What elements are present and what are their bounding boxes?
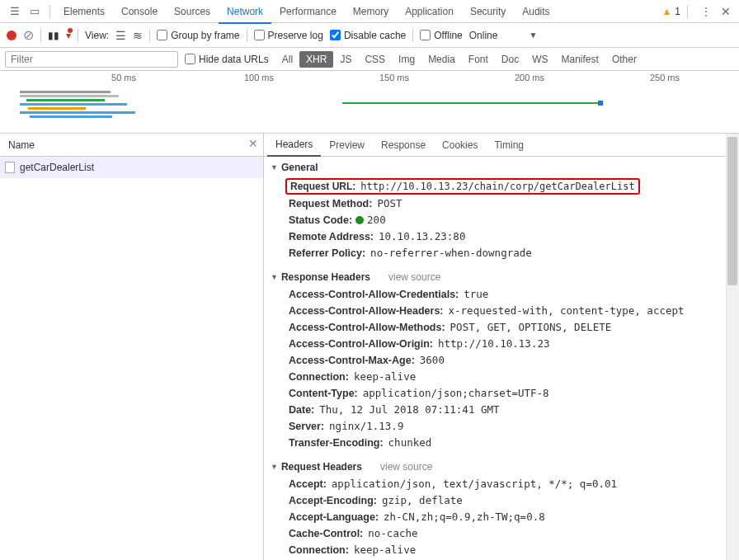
header-row: Date:Thu, 12 Jul 2018 07:11:41 GMT — [266, 402, 739, 418]
triangle-down-icon: ▼ — [271, 273, 278, 281]
hide-data-urls-checkbox[interactable]: Hide data URLs — [185, 54, 269, 65]
main-tab-performance[interactable]: Performance — [271, 1, 345, 24]
filter-input[interactable] — [5, 51, 178, 68]
header-row: Server:nginx/1.13.9 — [266, 418, 739, 435]
details-tabs: HeadersPreviewResponseCookiesTiming — [264, 134, 739, 157]
scrollbar[interactable] — [726, 134, 739, 560]
filter-row: Hide data URLs AllXHRJSCSSImgMediaFontDo… — [0, 48, 739, 71]
request-details: HeadersPreviewResponseCookiesTiming ▼ Ge… — [264, 134, 739, 560]
type-tab-img[interactable]: Img — [392, 51, 421, 68]
network-toolbar: ⊘ ▮▮ ▾ View: ☰ ≋ Group by frame Preserve… — [0, 23, 739, 48]
triangle-down-icon: ▼ — [271, 463, 278, 471]
record-icon[interactable] — [7, 31, 16, 40]
warning-icon[interactable]: ▲ — [661, 6, 671, 17]
request-name: getCarDealerList — [20, 162, 94, 173]
type-tab-ws[interactable]: WS — [525, 51, 554, 68]
request-url-highlight: Request URL:http://10.10.13.23/chain/cor… — [285, 178, 640, 195]
chevron-down-icon[interactable]: ▼ — [529, 31, 537, 40]
device-icon[interactable]: ▭ — [25, 5, 45, 17]
devtools-main-tabs: ☰ ▭ ElementsConsoleSourcesNetworkPerform… — [0, 0, 739, 23]
details-tab-preview[interactable]: Preview — [321, 134, 373, 156]
view-source-link[interactable]: view source — [388, 271, 440, 283]
request-list: Name ✕ getCarDealerList — [0, 134, 264, 560]
main-tab-sources[interactable]: Sources — [166, 1, 219, 24]
main-tab-console[interactable]: Console — [113, 1, 166, 24]
large-rows-icon[interactable]: ☰ — [115, 29, 126, 42]
close-devtools-icon[interactable]: ✕ — [718, 5, 734, 18]
offline-checkbox[interactable]: Offline — [420, 30, 462, 41]
view-label: View: — [85, 30, 109, 41]
type-tab-media[interactable]: Media — [421, 51, 462, 68]
main-tab-security[interactable]: Security — [462, 1, 514, 24]
header-row: Content-Type:application/json;charset=UT… — [266, 385, 739, 402]
filter-icon[interactable]: ▾ — [66, 30, 71, 41]
header-row: Access-Control-Allow-Headers:x-requested… — [266, 303, 739, 319]
details-tab-headers[interactable]: Headers — [267, 134, 321, 157]
group-by-frame-checkbox[interactable]: Group by frame — [157, 30, 239, 41]
header-row: Access-Control-Allow-Origin:http://10.10… — [266, 336, 739, 352]
type-tab-all[interactable]: All — [275, 51, 299, 68]
header-row: Connection:keep-alive — [266, 369, 739, 385]
type-tab-doc[interactable]: Doc — [495, 51, 525, 68]
view-source-link[interactable]: view source — [380, 461, 432, 473]
main-tab-network[interactable]: Network — [219, 1, 271, 24]
type-tab-js[interactable]: JS — [333, 51, 358, 68]
timeline-overview[interactable]: 50 ms 100 ms 150 ms 200 ms 250 ms — [0, 71, 739, 134]
header-row: Access-Control-Allow-Methods:POST, GET, … — [266, 319, 739, 336]
details-tab-response[interactable]: Response — [373, 134, 434, 156]
network-content: Name ✕ getCarDealerList HeadersPreviewRe… — [0, 134, 739, 560]
header-row: Accept-Language:zh-CN,zh;q=0.9,zh-TW;q=0… — [266, 509, 739, 525]
clear-icon[interactable]: ⊘ — [23, 27, 34, 43]
header-row: Cache-Control:no-cache — [266, 525, 739, 542]
close-details-icon[interactable]: ✕ — [248, 137, 258, 150]
main-tab-memory[interactable]: Memory — [345, 1, 397, 24]
waterfall-bars — [20, 89, 135, 120]
kebab-menu-icon[interactable]: ⋮ — [694, 6, 718, 17]
header-row: Access-Control-Allow-Credentials:true — [266, 286, 739, 303]
warning-count[interactable]: 1 — [675, 6, 680, 17]
type-filter-tabs: AllXHRJSCSSImgMediaFontDocWSManifestOthe… — [275, 51, 643, 68]
headers-panel: ▼ General Request URL:http://10.10.13.23… — [264, 157, 739, 560]
type-tab-font[interactable]: Font — [462, 51, 495, 68]
overview-icon[interactable]: ≋ — [133, 29, 143, 42]
type-tab-other[interactable]: Other — [605, 51, 643, 68]
status-dot-icon — [355, 216, 364, 224]
throttle-select[interactable]: Online — [469, 30, 498, 41]
header-row: Connection:keep-alive — [266, 542, 739, 558]
request-list-header: Name ✕ — [0, 134, 263, 157]
disable-cache-checkbox[interactable]: Disable cache — [330, 30, 406, 41]
main-tab-elements[interactable]: Elements — [55, 1, 113, 24]
section-request-headers[interactable]: ▼ Request Headers view source — [266, 458, 739, 476]
screenshot-icon[interactable]: ▮▮ — [48, 30, 59, 41]
details-tab-timing[interactable]: Timing — [486, 134, 532, 156]
type-tab-css[interactable]: CSS — [358, 51, 392, 68]
inspect-icon[interactable]: ☰ — [5, 5, 25, 17]
header-row: Transfer-Encoding:chunked — [266, 435, 739, 451]
type-tab-xhr[interactable]: XHR — [299, 51, 333, 68]
header-row: Accept:application/json, text/javascript… — [266, 476, 739, 492]
type-tab-manifest[interactable]: Manifest — [555, 51, 605, 68]
section-response-headers[interactable]: ▼ Response Headers view source — [266, 268, 739, 286]
details-tab-cookies[interactable]: Cookies — [434, 134, 486, 156]
main-tab-audits[interactable]: Audits — [514, 1, 558, 24]
request-row[interactable]: getCarDealerList — [0, 157, 263, 178]
main-tab-application[interactable]: Application — [397, 1, 462, 24]
triangle-down-icon: ▼ — [271, 163, 278, 172]
scroll-thumb[interactable] — [727, 137, 737, 285]
header-row: Accept-Encoding:gzip, deflate — [266, 492, 739, 509]
section-general[interactable]: ▼ General — [266, 158, 739, 176]
preserve-log-checkbox[interactable]: Preserve log — [254, 30, 323, 41]
file-icon — [5, 162, 15, 173]
header-row: Access-Control-Max-Age:3600 — [266, 352, 739, 369]
